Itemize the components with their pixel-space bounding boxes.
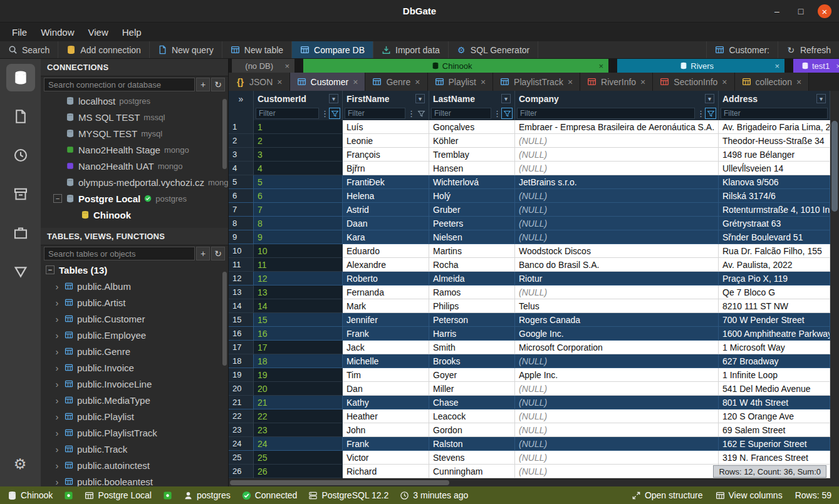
cell-company[interactable]: Riotur	[515, 272, 719, 285]
cell-customerid[interactable]: 10	[254, 244, 343, 258]
cell-firstname[interactable]: Kathy	[343, 396, 429, 409]
filter-menu-icon[interactable]: ⋮	[493, 109, 499, 118]
cell-lastname[interactable]: Peeters	[429, 217, 515, 230]
table-row[interactable]: 11LuísGonçalvesEmbraer - Empresa Brasile…	[229, 120, 830, 134]
filter-funnel-icon[interactable]	[501, 108, 513, 119]
cell-address[interactable]: Qe 7 Bloco G	[719, 285, 830, 299]
table-item-public-autoinctest[interactable]: ›public.autoinctest	[41, 457, 228, 473]
cell-customerid[interactable]: 3	[254, 148, 343, 162]
chevron-down-icon[interactable]: ▾	[705, 94, 714, 103]
cell-lastname[interactable]: Tremblay	[429, 148, 515, 162]
filter-input-lastname[interactable]	[431, 108, 491, 119]
close-icon[interactable]: ×	[415, 77, 420, 87]
cell-address[interactable]: 120 S Orange Ave	[719, 409, 830, 423]
grid-corner-button[interactable]: »	[229, 91, 254, 106]
table-row[interactable]: 77AstridGruber(NULL)Rotenturmstraße 4, 1…	[229, 203, 830, 217]
table-item-public-customer[interactable]: ›public.Customer	[41, 311, 228, 327]
cell-lastname[interactable]: Martins	[429, 244, 515, 258]
cell-company[interactable]: (NULL)	[515, 396, 719, 409]
cell-firstname[interactable]: Alexandre	[343, 258, 429, 272]
table-row[interactable]: 1616FrankHarrisGoogle Inc.1600 Amphithea…	[229, 327, 830, 341]
toolbar-refresh[interactable]: ↻Refresh	[778, 41, 839, 58]
table-row[interactable]: 2222HeatherLeacock(NULL)120 S Orange Ave	[229, 409, 830, 423]
cell-lastname[interactable]: Miller	[429, 382, 515, 396]
cell-lastname[interactable]: Holý	[429, 189, 515, 203]
connection-localhost[interactable]: −localhostpostgres	[41, 93, 228, 109]
toolbar-import-data[interactable]: Import data	[373, 41, 449, 58]
table-row[interactable]: 1919TimGoyerApple Inc.1 Infinite Loop	[229, 368, 830, 382]
table-item-public-mediatype[interactable]: ›public.MediaType	[41, 392, 228, 408]
menu-view[interactable]: View	[81, 24, 115, 40]
cell-firstname[interactable]: Victor	[343, 451, 429, 465]
chevron-right-icon[interactable]: ›	[53, 428, 61, 438]
cell-customerid[interactable]: 25	[254, 451, 343, 465]
cell-address[interactable]: Praça Pio X, 119	[719, 272, 830, 285]
nav-file-nav-icon[interactable]	[6, 103, 35, 130]
cell-company[interactable]: JetBrains s.r.o.	[515, 175, 719, 189]
table-row[interactable]: 1212RobertoAlmeidaRioturPraça Pio X, 119	[229, 272, 830, 285]
chevron-right-icon[interactable]: ›	[53, 281, 61, 292]
cell-address[interactable]: 1 Infinite Loop	[719, 368, 830, 382]
cell-address[interactable]: Ullevĺlsveien 14	[719, 162, 830, 175]
cell-lastname[interactable]: Goyer	[429, 368, 515, 382]
chevron-right-icon[interactable]: ›	[53, 363, 61, 373]
table-item-public-invoice[interactable]: ›public.Invoice	[41, 359, 228, 376]
maximize-button[interactable]: □	[794, 4, 808, 18]
column-header-lastname[interactable]: LastName▾	[429, 91, 515, 106]
cell-firstname[interactable]: Frank	[343, 437, 429, 451]
cell-address[interactable]: Av. Paulista, 2022	[719, 258, 830, 272]
tab-genre[interactable]: Genre×	[365, 73, 427, 91]
close-icon[interactable]: ×	[598, 61, 603, 71]
cell-company[interactable]: (NULL)	[515, 285, 719, 299]
cell-address[interactable]: Klanova 9/506	[719, 175, 830, 189]
cell-address[interactable]: Grétrystraat 63	[719, 217, 830, 230]
tab-json[interactable]: {}JSON×	[229, 73, 290, 91]
toolbar-add-connection[interactable]: Add connection	[58, 41, 150, 58]
status-view-columns[interactable]: View columns	[716, 490, 783, 500]
chevron-right-icon[interactable]: ›	[53, 395, 61, 406]
table-row[interactable]: 2323JohnGordon(NULL)69 Salem Street	[229, 423, 830, 437]
column-header-firstname[interactable]: FirstName▾	[343, 91, 429, 106]
cell-customerid[interactable]: 5	[254, 175, 343, 189]
tab-collection[interactable]: collection×	[735, 73, 810, 91]
table-row[interactable]: 88DaanPeeters(NULL)Grétrystraat 63	[229, 217, 830, 230]
table-row[interactable]: 1010EduardoMartinsWoodstock DiscosRua Dr…	[229, 244, 830, 258]
close-icon[interactable]: ×	[284, 61, 289, 71]
minimize-button[interactable]: –	[770, 4, 784, 18]
cell-address[interactable]: 541 Del Medio Avenue	[719, 382, 830, 396]
chevron-right-icon[interactable]: ›	[53, 411, 61, 422]
cell-lastname[interactable]: Smith	[429, 341, 515, 354]
refresh-connections-button[interactable]: ↻	[211, 78, 225, 91]
close-button[interactable]: ×	[818, 4, 831, 18]
table-row[interactable]: 1717JackSmithMicrosoft Corporation1 Micr…	[229, 341, 830, 354]
tab-playlisttrack[interactable]: PlaylistTrack×	[493, 73, 580, 91]
filter-input-address[interactable]	[721, 108, 828, 119]
cell-customerid[interactable]: 11	[254, 258, 343, 272]
cell-lastname[interactable]: Ralston	[429, 437, 515, 451]
menu-help[interactable]: Help	[115, 24, 149, 40]
table-item-public-genre[interactable]: ›public.Genre	[41, 343, 228, 359]
status-chinook[interactable]: Chinook	[8, 490, 53, 500]
table-item-public-employee[interactable]: ›public.Employee	[41, 327, 228, 343]
toolbar-new-table[interactable]: New table	[222, 41, 292, 58]
connection-nano2health-stage[interactable]: −Nano2Health Stagemongo	[41, 141, 228, 158]
table-item-public-playlisttrack[interactable]: ›public.PlaylistTrack	[41, 424, 228, 441]
cell-address[interactable]: Theodor-Heuss-Straße 34	[719, 134, 830, 148]
table-row[interactable]: 1818MichelleBrooks(NULL)627 Broadway	[229, 354, 830, 368]
close-icon[interactable]: ×	[722, 77, 727, 87]
cell-address[interactable]: Av. Brigadeiro Faria Lima, 2170	[719, 120, 830, 134]
chevron-down-icon[interactable]: ▾	[415, 94, 425, 103]
status-postgre-local[interactable]: Postgre Local	[85, 490, 152, 500]
chevron-down-icon[interactable]: ▾	[501, 94, 511, 103]
cell-company[interactable]: Embraer - Empresa Brasileira de Aeronáut…	[515, 120, 719, 134]
table-item-public-invoiceline[interactable]: ›public.InvoiceLine	[41, 376, 228, 392]
close-icon[interactable]: ×	[277, 77, 282, 87]
cell-company[interactable]: Telus	[515, 299, 719, 313]
cell-address[interactable]: 69 Salem Street	[719, 423, 830, 437]
cell-firstname[interactable]: Daan	[343, 217, 429, 230]
cell-firstname[interactable]: Dan	[343, 382, 429, 396]
cell-customerid[interactable]: 21	[254, 396, 343, 409]
cell-lastname[interactable]: Philips	[429, 299, 515, 313]
vertical-scrollbar[interactable]	[830, 91, 839, 486]
cell-lastname[interactable]: Almeida	[429, 272, 515, 285]
